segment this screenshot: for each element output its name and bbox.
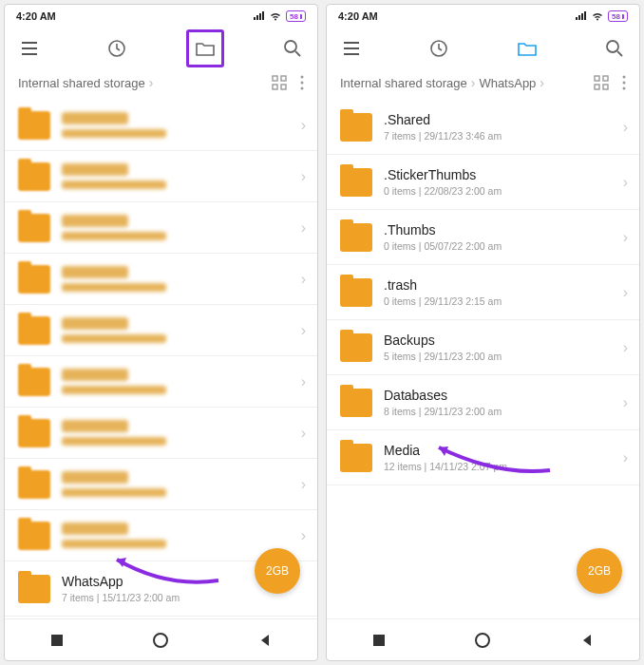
grid-view-icon[interactable] — [594, 75, 609, 90]
list-item[interactable]: › — [5, 459, 317, 510]
svg-rect-21 — [595, 76, 599, 81]
home-button[interactable] — [472, 630, 493, 651]
svg-rect-13 — [51, 635, 63, 646]
svg-point-11 — [301, 82, 304, 85]
list-item[interactable]: .StickerThumbs0 items | 22/08/23 2:00 am… — [327, 155, 639, 210]
svg-rect-9 — [281, 85, 286, 89]
chevron-right-icon: › — [301, 168, 306, 185]
folder-icon — [18, 419, 50, 447]
chevron-right-icon: › — [301, 271, 306, 288]
chevron-right-icon: › — [301, 425, 306, 442]
svg-rect-6 — [273, 76, 277, 81]
breadcrumb-item[interactable]: WhatsApp — [479, 76, 536, 90]
wifi-icon — [269, 11, 282, 21]
menu-button[interactable] — [10, 29, 48, 67]
grid-view-icon[interactable] — [272, 75, 287, 90]
clock-icon — [429, 39, 448, 58]
list-item[interactable]: › — [5, 305, 317, 356]
folder-icon — [195, 40, 216, 57]
folder-meta: 0 items | 29/11/23 2:15 am — [384, 295, 623, 307]
folder-icon — [18, 162, 50, 191]
recent-tab[interactable] — [420, 29, 458, 67]
hamburger-icon — [20, 41, 39, 56]
status-time: 4:20 AM — [16, 10, 56, 22]
chevron-right-icon: › — [623, 284, 628, 301]
svg-point-19 — [607, 41, 618, 52]
search-button[interactable] — [274, 29, 312, 67]
chevron-right-icon: › — [301, 117, 306, 134]
folder-tab[interactable] — [508, 29, 546, 67]
back-button[interactable] — [577, 630, 597, 651]
list-item[interactable]: › — [5, 254, 317, 305]
folder-icon — [18, 575, 50, 603]
breadcrumb-item[interactable]: Internal shared storage — [18, 76, 145, 90]
toolbar — [327, 28, 639, 69]
list-item[interactable]: › — [5, 100, 317, 151]
svg-point-26 — [623, 82, 626, 85]
svg-point-27 — [623, 87, 626, 90]
list-item[interactable]: .Thumbs0 items | 05/07/22 2:00 am› — [327, 210, 639, 265]
list-item[interactable]: Backups5 items | 29/11/23 2:00 am› — [327, 320, 639, 375]
battery-icon: 58 — [286, 10, 306, 22]
svg-point-25 — [623, 76, 626, 79]
list-item[interactable]: › — [5, 151, 317, 202]
svg-point-4 — [285, 41, 296, 52]
statusbar: 4:20 AM 58 — [327, 5, 639, 28]
android-navbar — [5, 618, 317, 660]
chevron-right-icon: › — [623, 119, 628, 136]
more-icon[interactable] — [622, 75, 626, 90]
android-navbar — [327, 618, 639, 660]
svg-rect-23 — [595, 85, 599, 89]
storage-fab[interactable]: 2GB — [255, 548, 300, 594]
folder-icon — [18, 522, 50, 550]
folder-icon — [340, 113, 372, 142]
chevron-right-icon: › — [149, 75, 154, 90]
breadcrumb-item[interactable]: Internal shared storage — [340, 76, 467, 90]
file-list[interactable]: ›››››››››WhatsApp7 items | 15/11/23 2:00… — [5, 100, 317, 618]
recents-button[interactable] — [47, 630, 67, 651]
phone-left: 4:20 AM 58 Internal shared storage › ›››… — [4, 4, 318, 661]
folder-icon — [18, 214, 50, 242]
folder-meta: 7 items | 29/11/23 3:46 am — [384, 130, 623, 142]
list-item[interactable]: › — [5, 202, 317, 254]
recents-button[interactable] — [369, 630, 389, 651]
folder-meta: 0 items | 05/07/22 2:00 am — [384, 240, 623, 252]
phone-right: 4:20 AM 58 Internal shared storage › Wha… — [326, 4, 640, 661]
svg-point-14 — [154, 634, 167, 647]
folder-icon — [340, 168, 372, 197]
svg-point-29 — [476, 634, 489, 647]
more-icon[interactable] — [300, 75, 304, 90]
list-item[interactable]: › — [5, 356, 317, 408]
list-item[interactable]: Media12 items | 14/11/23 2:07 pm› — [327, 430, 639, 485]
folder-icon — [340, 223, 372, 252]
chevron-right-icon: › — [471, 75, 476, 90]
list-item[interactable]: .Shared7 items | 29/11/23 3:46 am› — [327, 100, 639, 155]
svg-rect-24 — [603, 85, 608, 89]
folder-icon — [340, 444, 372, 472]
storage-fab[interactable]: 2GB — [577, 548, 622, 594]
svg-rect-22 — [603, 76, 608, 81]
home-button[interactable] — [150, 630, 171, 651]
chevron-right-icon: › — [540, 75, 544, 90]
folder-name: .StickerThumbs — [384, 167, 623, 182]
list-item[interactable]: Databases8 items | 29/11/23 2:00 am› — [327, 375, 639, 430]
folder-name: Media — [384, 443, 623, 458]
signal-icon — [575, 11, 587, 21]
menu-button[interactable] — [332, 29, 370, 67]
chevron-right-icon: › — [301, 219, 306, 237]
folder-icon — [18, 470, 50, 499]
svg-line-5 — [295, 51, 300, 56]
svg-point-10 — [301, 76, 304, 79]
folder-meta: 8 items | 29/11/23 2:00 am — [384, 406, 623, 417]
file-list[interactable]: .Shared7 items | 29/11/23 3:46 am›.Stick… — [327, 100, 639, 618]
list-item[interactable]: › — [5, 408, 317, 459]
recent-tab[interactable] — [98, 29, 136, 67]
folder-name: .trash — [384, 277, 623, 293]
folder-tab[interactable] — [186, 29, 224, 67]
list-item[interactable]: .trash0 items | 29/11/23 2:15 am› — [327, 265, 639, 320]
search-button[interactable] — [596, 29, 634, 67]
folder-name: .Thumbs — [384, 222, 623, 238]
folder-meta: 12 items | 14/11/23 2:07 pm — [384, 461, 623, 472]
back-button[interactable] — [255, 630, 275, 651]
status-icons: 58 — [575, 10, 628, 22]
